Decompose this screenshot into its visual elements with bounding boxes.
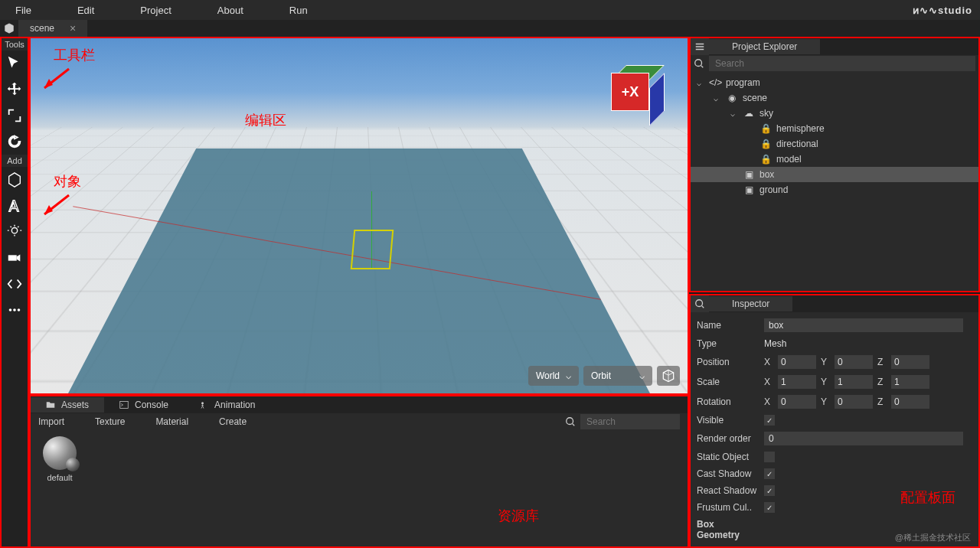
tab-assets[interactable]: Assets <box>31 397 104 413</box>
explorer-title: Project Explorer <box>709 39 820 54</box>
inspector-panel: Inspector Name TypeMesh Position XYZ Sca… <box>689 294 980 548</box>
search-icon <box>694 58 704 69</box>
explorer-search-input[interactable] <box>709 56 975 71</box>
assets-panel: Assets Console Animation Import Texture … <box>29 395 689 548</box>
tree-box[interactable]: ▣box <box>691 167 978 182</box>
add-camera[interactable] <box>2 245 28 271</box>
gizmo-side-face[interactable] <box>649 73 665 126</box>
inspector-title: Inspector <box>709 296 792 312</box>
tree-hemisphere[interactable]: 🔒hemisphere <box>691 121 978 136</box>
scene-icon[interactable] <box>0 20 18 37</box>
svg-point-9 <box>696 300 703 307</box>
gizmo-x-face[interactable]: +X <box>611 73 649 111</box>
tabbar: scene × <box>0 20 980 37</box>
react-shadow-checkbox[interactable]: ✓ <box>764 485 775 496</box>
cube-icon: ▣ <box>743 169 755 180</box>
menu-project[interactable]: Project <box>140 5 171 16</box>
add-script[interactable] <box>2 271 28 297</box>
material-sphere-icon <box>43 436 77 470</box>
menu-edit[interactable]: Edit <box>77 5 94 16</box>
cast-shadow-checkbox[interactable]: ✓ <box>764 468 775 479</box>
tree-program[interactable]: ⌵</>program <box>691 75 978 90</box>
tree-ground[interactable]: ▣ground <box>691 182 978 197</box>
view-3d-toggle[interactable] <box>657 366 680 386</box>
tab-scene[interactable]: scene × <box>18 20 87 37</box>
pos-y[interactable] <box>835 355 873 369</box>
folder-icon <box>46 400 55 409</box>
material-btn[interactable]: Material <box>155 416 188 427</box>
pos-z[interactable] <box>891 355 929 369</box>
menu-about[interactable]: About <box>217 5 243 16</box>
scale-tool[interactable] <box>2 103 28 129</box>
render-order-input[interactable] <box>764 432 963 445</box>
camera-mode-dropdown[interactable]: Orbit⌵ <box>583 366 652 386</box>
close-icon[interactable]: × <box>70 22 76 34</box>
tree-model[interactable]: 🔒model <box>691 152 978 167</box>
add-light[interactable] <box>2 219 28 245</box>
scale-y[interactable] <box>835 375 873 389</box>
selected-box[interactable] <box>351 230 394 269</box>
rot-y[interactable] <box>835 395 873 409</box>
move-tool[interactable] <box>2 77 28 103</box>
coord-space-dropdown[interactable]: World⌵ <box>528 366 579 386</box>
toolbar: Tools Add <box>0 37 29 548</box>
tree-directional[interactable]: 🔒directional <box>691 136 978 152</box>
box-geometry-label: Box Geometry <box>697 519 758 540</box>
import-btn[interactable]: Import <box>38 416 64 427</box>
assets-search-input[interactable] <box>580 414 680 429</box>
rot-z[interactable] <box>891 395 929 409</box>
project-explorer-panel: Project Explorer ⌵</>program ⌵◉scene ⌵☁s… <box>689 37 980 292</box>
name-input[interactable] <box>764 318 963 332</box>
add-text[interactable] <box>2 193 28 219</box>
frustum-label: Frustum Cul.. <box>697 502 758 513</box>
static-checkbox[interactable] <box>764 452 775 462</box>
svg-point-0 <box>11 228 17 233</box>
tree-scene[interactable]: ⌵◉scene <box>691 90 978 106</box>
annot-assets: 资源库 <box>498 507 539 525</box>
name-label: Name <box>697 320 758 331</box>
scale-z[interactable] <box>891 375 929 389</box>
chevron-down-icon: ⌵ <box>566 370 571 381</box>
asset-default-material[interactable]: default <box>37 436 83 482</box>
texture-btn[interactable]: Texture <box>95 416 125 427</box>
menu-icon[interactable] <box>691 38 709 55</box>
svg-point-2 <box>9 308 12 312</box>
search-icon[interactable] <box>691 295 709 312</box>
annot-toolbar: 工具栏 <box>54 46 95 64</box>
menu-run[interactable]: Run <box>289 5 308 16</box>
lock-icon: 🔒 <box>760 139 772 149</box>
lock-icon: 🔒 <box>760 154 772 165</box>
lock-icon: 🔒 <box>760 123 772 134</box>
rot-x[interactable] <box>778 395 816 409</box>
create-btn[interactable]: Create <box>219 416 247 427</box>
rotate-tool[interactable] <box>2 129 28 155</box>
more-tools[interactable] <box>2 297 28 323</box>
cast-shadow-label: Cast Shadow <box>697 468 758 479</box>
cube-icon: ▣ <box>743 184 755 195</box>
visible-checkbox[interactable]: ✓ <box>764 415 775 426</box>
tab-animation[interactable]: Animation <box>184 397 270 413</box>
svg-point-8 <box>695 60 702 67</box>
view-gizmo[interactable]: +X <box>611 73 665 126</box>
tab-console[interactable]: Console <box>104 397 184 413</box>
frustum-checkbox[interactable]: ✓ <box>764 502 775 513</box>
pos-x[interactable] <box>778 355 816 369</box>
svg-rect-1 <box>8 255 17 260</box>
svg-rect-5 <box>120 402 129 409</box>
scale-x[interactable] <box>778 375 816 389</box>
tab-label: scene <box>30 23 54 34</box>
watermark: @稀土掘金技术社区 <box>895 532 971 543</box>
scale-label: Scale <box>697 377 758 387</box>
scene-icon: ◉ <box>726 93 738 103</box>
chevron-down-icon: ⌵ <box>639 370 645 381</box>
type-label: Type <box>697 338 758 349</box>
react-shadow-label: React Shadow <box>697 485 758 496</box>
viewport-3d[interactable]: +X World⌵ Orbit⌵ 工具栏 对象 编辑区 <box>29 37 689 395</box>
select-tool[interactable] <box>2 51 28 77</box>
add-mesh[interactable] <box>2 167 28 193</box>
position-label: Position <box>697 357 758 367</box>
svg-point-3 <box>13 308 16 312</box>
menu-file[interactable]: File <box>15 5 31 16</box>
app-logo: ᴎ∿∿studio <box>913 5 972 16</box>
tree-sky[interactable]: ⌵☁sky <box>691 106 978 121</box>
